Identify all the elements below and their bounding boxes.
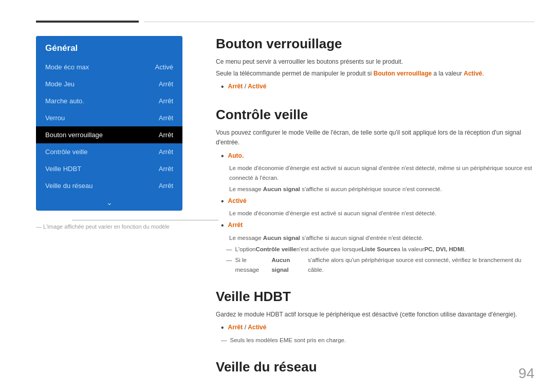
sidebar-item-bouton-verrouillage[interactable]: Bouton verrouillage Arrêt bbox=[36, 126, 182, 143]
bullet-list-hdbt: • Arrêt / Activé bbox=[221, 323, 534, 333]
sidebar-item-value: Arrêt bbox=[159, 131, 173, 139]
section-title-veille-hdbt: Veille HDBT bbox=[216, 289, 534, 305]
bullet-dot: • bbox=[221, 196, 224, 207]
sub-text-auto-2: Le message Aucun signal s'affiche si auc… bbox=[229, 184, 534, 194]
sidebar-item-label: Contrôle veille bbox=[45, 148, 87, 156]
sidebar-item-value: Activé bbox=[155, 63, 173, 71]
sidebar-item-marche-auto[interactable]: Marche auto. Arrêt bbox=[36, 92, 182, 109]
highlight-bouton-verrouillage: Bouton verrouillage bbox=[374, 70, 432, 77]
bullet-dot: • bbox=[221, 220, 224, 231]
sidebar-item-value: Arrêt bbox=[159, 165, 173, 173]
sidebar-item-value: Arrêt bbox=[159, 114, 173, 122]
bullet-label-arret2: Arrêt bbox=[228, 221, 243, 229]
main-content: Bouton verrouillage Ce menu peut servir … bbox=[216, 36, 534, 371]
bullet-label-active2: Activé bbox=[228, 197, 247, 204]
bullet-label-auto: Auto. bbox=[228, 152, 244, 159]
sidebar-item-veille-reseau[interactable]: Veille du réseau Arrêt bbox=[36, 177, 182, 194]
bullet-dot: • bbox=[221, 151, 224, 162]
bullet-list-bouton: • Arrêt / Activé bbox=[221, 82, 534, 92]
sidebar-item-mode-jeu[interactable]: Mode Jeu Arrêt bbox=[36, 76, 182, 92]
slash: / bbox=[243, 324, 248, 331]
sidebar-item-label: Mode éco max bbox=[45, 63, 89, 71]
sub-text-auto-1: Le mode d'économie d'énergie est activé … bbox=[229, 163, 534, 182]
bullet-item-active: • Activé bbox=[221, 196, 534, 207]
sub-text-active: Le mode d'économie d'énergie est activé … bbox=[229, 209, 534, 218]
bullet-label-arret-hdbt: Arrêt bbox=[228, 324, 243, 331]
section-veille-reseau: Veille du réseau Cette fonction maintien… bbox=[216, 359, 534, 371]
top-line-light bbox=[144, 22, 534, 22]
top-decorative-lines bbox=[0, 21, 555, 23]
sidebar-item-value: Arrêt bbox=[159, 148, 173, 156]
sidebar-item-verrou[interactable]: Verrou Arrêt bbox=[36, 109, 182, 126]
sidebar-item-label: Veille du réseau bbox=[45, 182, 93, 190]
section-desc-2: Seule la télécommande permet de manipule… bbox=[216, 69, 534, 79]
section-desc-hdbt: Gardez le module HDBT actif lorsque le p… bbox=[216, 310, 534, 320]
top-line-dark bbox=[36, 21, 139, 23]
section-veille-hdbt: Veille HDBT Gardez le module HDBT actif … bbox=[216, 289, 534, 345]
bullet-dot: • bbox=[221, 82, 224, 92]
sidebar-note: — L'image affichée peut varier en foncti… bbox=[36, 223, 170, 230]
sidebar-item-label: Marche auto. bbox=[45, 97, 84, 105]
sidebar-item-label: Verrou bbox=[45, 114, 65, 122]
section-title-controle-veille: Contrôle veille bbox=[216, 107, 534, 123]
sidebar-item-label: Bouton verrouillage bbox=[45, 131, 103, 139]
bullet-label-active-hdbt: Activé bbox=[248, 324, 266, 331]
section-controle-veille: Contrôle veille Vous pouvez configurer l… bbox=[216, 107, 534, 274]
sidebar-item-value: Arrêt bbox=[159, 80, 173, 88]
bullet-label-arret: Arrêt bbox=[228, 83, 243, 90]
sidebar-divider bbox=[72, 220, 218, 220]
note-dash-controle-1: L'option Contrôle veille n'est activée q… bbox=[226, 245, 534, 254]
slash: / bbox=[243, 83, 248, 90]
sidebar-menu: Général Mode éco max Activé Mode Jeu Arr… bbox=[36, 36, 182, 211]
chevron-down-icon[interactable]: ⌄ bbox=[36, 194, 182, 211]
bullet-item-arret-active: • Arrêt / Activé bbox=[221, 82, 534, 92]
sidebar-item-mode-eco[interactable]: Mode éco max Activé bbox=[36, 59, 182, 76]
sidebar-item-value: Arrêt bbox=[159, 97, 173, 105]
highlight-active: Activé bbox=[464, 70, 482, 77]
sub-text-arret: Le message Aucun signal s'affiche si auc… bbox=[229, 233, 534, 242]
bullet-label-active: Activé bbox=[248, 83, 266, 90]
section-desc-1: Ce menu peut servir à verrouiller les bo… bbox=[216, 57, 534, 67]
section-bouton-verrouillage: Bouton verrouillage Ce menu peut servir … bbox=[216, 36, 534, 92]
sidebar-item-label: Veille HDBT bbox=[45, 165, 81, 173]
section-desc-controle: Vous pouvez configurer le mode Veille de… bbox=[216, 128, 534, 147]
bullet-item-auto: • Auto. bbox=[221, 151, 534, 162]
note-dash-hdbt: Seuls les modèles EME sont pris en charg… bbox=[221, 335, 534, 345]
note-dash-controle-2: Si le message Aucun signal s'affiche alo… bbox=[226, 255, 534, 274]
section-title-bouton-verrouillage: Bouton verrouillage bbox=[216, 36, 534, 52]
sidebar-title: Général bbox=[36, 36, 182, 59]
page-number: 94 bbox=[519, 365, 534, 382]
sidebar-item-veille-hdbt[interactable]: Veille HDBT Arrêt bbox=[36, 160, 182, 177]
sidebar-item-controle-veille[interactable]: Contrôle veille Arrêt bbox=[36, 143, 182, 160]
section-title-veille-reseau: Veille du réseau bbox=[216, 359, 534, 371]
sidebar-item-label: Mode Jeu bbox=[45, 80, 75, 88]
bullet-list-controle: • Auto. Le mode d'économie d'énergie est… bbox=[221, 151, 534, 275]
sidebar-item-value: Arrêt bbox=[159, 182, 173, 190]
bullet-item-hdbt: • Arrêt / Activé bbox=[221, 323, 534, 333]
bullet-dot: • bbox=[221, 323, 224, 333]
bullet-item-arret: • Arrêt bbox=[221, 220, 534, 231]
